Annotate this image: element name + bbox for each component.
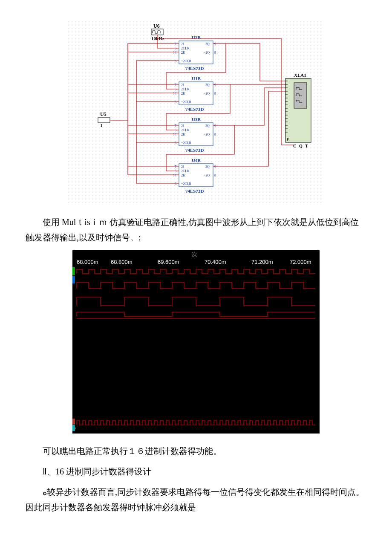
- svg-text:ia: ia: [73, 426, 76, 430]
- svg-text:U1B: U1B: [192, 76, 201, 81]
- svg-text:68.000m: 68.000m: [77, 259, 98, 265]
- svg-rect-100: [72, 276, 75, 283]
- svg-text:14: 14: [173, 133, 176, 136]
- svg-text:2K: 2K: [181, 173, 185, 177]
- svg-text:8: 8: [214, 133, 216, 136]
- svg-text:2J: 2J: [181, 124, 184, 128]
- svg-text:8: 8: [214, 92, 216, 95]
- svg-text:7: 7: [175, 165, 176, 169]
- svg-text:74LS73D: 74LS73D: [185, 188, 204, 194]
- svg-text:74LS73D: 74LS73D: [185, 66, 204, 71]
- svg-text:14: 14: [173, 51, 176, 55]
- svg-text:2CLK: 2CLK: [181, 46, 190, 50]
- paragraph-4: ﻩ较异步计数器而言,同步计数器要求电路得每一位信号得变化都发生在相同得时间点。因…: [26, 484, 366, 515]
- svg-text:70.400m: 70.400m: [205, 259, 226, 265]
- svg-text:~2Q: ~2Q: [204, 133, 210, 136]
- svg-text:68.800m: 68.800m: [111, 259, 133, 265]
- svg-text:U6: U6: [153, 23, 160, 29]
- svg-text:~2CLR: ~2CLR: [181, 182, 192, 186]
- waveform-figure: 次 68.000m 68.800m 69.600m 70.400m 71.200…: [26, 250, 366, 438]
- svg-text:6: 6: [175, 100, 176, 104]
- svg-text:6: 6: [175, 59, 176, 63]
- circuit-svg: U6 10kHz U5 1 U2B 7 5 14 6 2J 2CLK 2K ~2…: [68, 21, 324, 205]
- svg-rect-6: [98, 118, 110, 123]
- svg-text:74LS73D: 74LS73D: [185, 107, 204, 112]
- svg-text:U2B: U2B: [192, 35, 201, 40]
- svg-text:~2Q: ~2Q: [204, 51, 210, 55]
- svg-text:9: 9: [214, 165, 216, 169]
- svg-text:2CLK: 2CLK: [181, 87, 190, 91]
- svg-text:次: 次: [192, 251, 197, 257]
- svg-text:2K: 2K: [181, 92, 185, 95]
- paragraph-2: 可以瞧出电路正常执行１６进制计数器得功能。: [26, 443, 366, 459]
- svg-text:2Q: 2Q: [205, 165, 210, 169]
- svg-text:~2CLR: ~2CLR: [181, 59, 192, 63]
- svg-text:8: 8: [214, 51, 216, 55]
- svg-text:9: 9: [214, 83, 216, 87]
- svg-text:6: 6: [175, 182, 176, 186]
- svg-rect-99: [72, 267, 75, 275]
- svg-text:XLA1: XLA1: [294, 72, 306, 78]
- svg-text:2CLK: 2CLK: [181, 128, 190, 132]
- svg-text:2Q: 2Q: [205, 83, 210, 87]
- svg-text:1: 1: [100, 123, 103, 128]
- svg-text:9: 9: [214, 124, 216, 128]
- svg-text:U5: U5: [100, 111, 107, 117]
- svg-text:74LS73D: 74LS73D: [185, 147, 204, 153]
- svg-rect-101: [72, 419, 75, 425]
- svg-rect-3: [151, 29, 163, 35]
- paragraph-1: 使用 Mulｔisｉｍ 仿真验证电路正确性,仿真图中波形从上到下依次就是从低位到…: [26, 214, 366, 245]
- waveform-svg: 次 68.000m 68.800m 69.600m 70.400m 71.200…: [72, 250, 320, 434]
- svg-text:8: 8: [214, 173, 216, 177]
- svg-text:Q: Q: [299, 144, 303, 148]
- circuit-schematic: U6 10kHz U5 1 U2B 7 5 14 6 2J 2CLK 2K ~2…: [26, 21, 366, 209]
- svg-text:7: 7: [175, 124, 176, 128]
- svg-text:F: F: [287, 137, 289, 142]
- svg-text:2J: 2J: [181, 165, 184, 169]
- svg-text:14: 14: [173, 92, 176, 95]
- svg-text:14: 14: [173, 173, 176, 177]
- svg-text:T: T: [305, 144, 308, 148]
- svg-text:U3B: U3B: [192, 117, 201, 122]
- svg-text:~2CLR: ~2CLR: [181, 141, 192, 145]
- svg-text:7: 7: [175, 83, 176, 87]
- logic-analyzer: XLA1 F C Q T: [285, 72, 311, 148]
- svg-text:7: 7: [175, 42, 176, 46]
- svg-text:2Q: 2Q: [205, 42, 210, 46]
- paragraph-3: Ⅱ、16 进制同步计数器得设计: [26, 464, 366, 479]
- svg-text:72.000m: 72.000m: [290, 259, 311, 265]
- svg-text:C: C: [293, 144, 296, 148]
- svg-text:~2CLR: ~2CLR: [181, 100, 192, 104]
- svg-text:~2Q: ~2Q: [204, 92, 210, 95]
- svg-text:~2Q: ~2Q: [204, 173, 210, 177]
- svg-text:6: 6: [175, 141, 176, 145]
- svg-text:2J: 2J: [181, 42, 184, 46]
- svg-text:U4B: U4B: [192, 158, 201, 163]
- svg-rect-91: [72, 250, 320, 434]
- svg-text:71.200m: 71.200m: [251, 259, 273, 265]
- svg-text:2CLK: 2CLK: [181, 169, 190, 173]
- svg-text:2K: 2K: [181, 51, 185, 55]
- svg-text:2J: 2J: [181, 83, 184, 87]
- svg-text:2K: 2K: [181, 133, 185, 136]
- svg-text:9: 9: [214, 42, 216, 46]
- svg-text:69.600m: 69.600m: [158, 259, 179, 265]
- svg-text:2Q: 2Q: [205, 124, 210, 128]
